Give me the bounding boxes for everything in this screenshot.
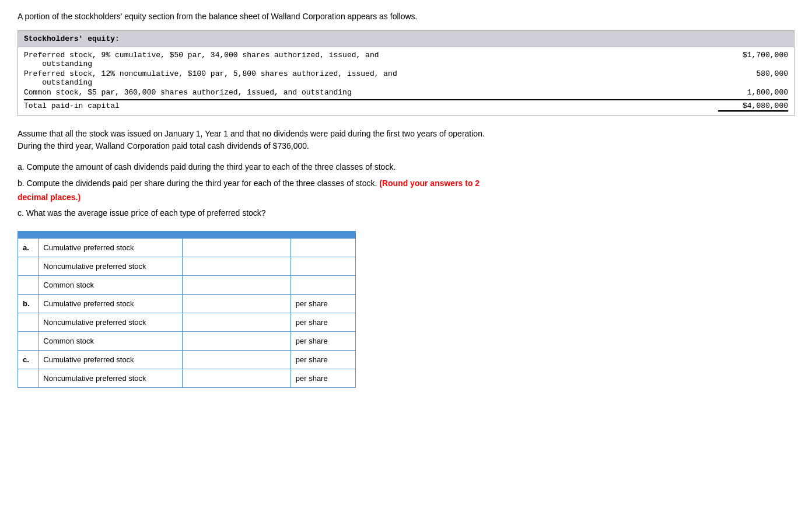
- a-common-field[interactable]: [187, 281, 285, 289]
- answer-table-wrapper: a. Cumulative preferred stock Noncumulat…: [18, 231, 794, 388]
- a-noncumulative-suffix: [290, 257, 355, 276]
- c-noncumulative-label: Noncumulative preferred stock: [38, 369, 183, 388]
- table-row-b-noncumulative: Noncumulative preferred stock per share: [18, 313, 356, 332]
- question-c: c. What was the average issue price of e…: [18, 206, 794, 220]
- c-noncumulative-field[interactable]: [187, 374, 285, 383]
- question-b-red2: decimal places.): [18, 192, 80, 202]
- table-row-a-common: Common stock: [18, 276, 356, 295]
- bs-row-preferred-12: Preferred stock, 12% noncumulative, $100…: [24, 69, 788, 87]
- c-cumulative-label: Cumulative preferred stock: [38, 351, 183, 369]
- question-b-red: (Round your answers to 2: [379, 178, 480, 188]
- table-row-b-cumulative: b. Cumulative preferred stock per share: [18, 295, 356, 313]
- a-noncumulative-label: Noncumulative preferred stock: [38, 257, 183, 276]
- c-noncumulative-suffix: per share: [290, 369, 355, 388]
- c-cumulative-input[interactable]: [183, 351, 290, 369]
- b-noncumulative-field[interactable]: [187, 318, 285, 327]
- bs-row-preferred-12-label: Preferred stock, 12% noncumulative, $100…: [24, 69, 718, 87]
- b-noncumulative-input[interactable]: [183, 313, 290, 332]
- c-cumulative-suffix: per share: [290, 351, 355, 369]
- bs-row-common-label: Common stock, $5 par, 360,000 shares aut…: [24, 88, 718, 97]
- bs-row-preferred-9-label: Preferred stock, 9% cumulative, $50 par,…: [24, 51, 718, 68]
- b-indent2: [18, 332, 38, 351]
- b-cumulative-input[interactable]: [183, 295, 290, 313]
- balance-sheet-header: Stockholders' equity:: [18, 31, 794, 47]
- b-common-field[interactable]: [187, 337, 285, 345]
- bs-row-preferred-12-value: 580,000: [718, 69, 788, 78]
- bs-row-common-value: 1,800,000: [718, 88, 788, 97]
- c-cumulative-field[interactable]: [187, 355, 285, 364]
- header-cell-4: [290, 232, 355, 239]
- b-cumulative-label: Cumulative preferred stock: [38, 295, 183, 313]
- a-cumulative-label: Cumulative preferred stock: [38, 239, 183, 257]
- c-indent1: [18, 369, 38, 388]
- question-a: a. Compute the amount of cash dividends …: [18, 160, 794, 174]
- a-noncumulative-field[interactable]: [187, 262, 285, 271]
- a-common-label: Common stock: [38, 276, 183, 295]
- intro-text: A portion of the stockholders' equity se…: [18, 12, 794, 21]
- bs-row-preferred-9-value: $1,700,000: [718, 51, 788, 60]
- a-cumulative-field[interactable]: [187, 243, 285, 252]
- b-common-label: Common stock: [38, 332, 183, 351]
- balance-sheet-body: Preferred stock, 9% cumulative, $50 par,…: [18, 47, 794, 116]
- section-c-label: c.: [18, 351, 38, 369]
- header-cell-2: [38, 232, 183, 239]
- table-row-a-noncumulative: Noncumulative preferred stock: [18, 257, 356, 276]
- scenario-text2: During the third year, Walland Corporati…: [18, 141, 309, 150]
- a-noncumulative-input[interactable]: [183, 257, 290, 276]
- table-row-b-common: Common stock per share: [18, 332, 356, 351]
- header-cell-3: [183, 232, 290, 239]
- bs-total-value: $4,080,000: [718, 102, 788, 112]
- bs-row-common: Common stock, $5 par, 360,000 shares aut…: [24, 88, 788, 97]
- b-noncumulative-suffix: per share: [290, 313, 355, 332]
- question-b-text: b. Compute the dividends paid per share …: [18, 178, 379, 188]
- header-cell-1: [18, 232, 38, 239]
- b-common-input[interactable]: [183, 332, 290, 351]
- a-cumulative-input[interactable]: [183, 239, 290, 257]
- b-indent1: [18, 313, 38, 332]
- a-common-input[interactable]: [183, 276, 290, 295]
- table-row-a-cumulative: a. Cumulative preferred stock: [18, 239, 356, 257]
- section-a-label: a.: [18, 239, 38, 257]
- answer-table: a. Cumulative preferred stock Noncumulat…: [18, 231, 356, 388]
- a-common-suffix: [290, 276, 355, 295]
- balance-sheet-container: Stockholders' equity: Preferred stock, 9…: [18, 30, 794, 116]
- table-row-c-cumulative: c. Cumulative preferred stock per share: [18, 351, 356, 369]
- a-indent2: [18, 276, 38, 295]
- question-b: b. Compute the dividends paid per share …: [18, 177, 794, 205]
- b-noncumulative-label: Noncumulative preferred stock: [38, 313, 183, 332]
- bs-total-label: Total paid-in capital: [24, 102, 718, 112]
- table-row-c-noncumulative: Noncumulative preferred stock per share: [18, 369, 356, 388]
- section-b-label: b.: [18, 295, 38, 313]
- questions: a. Compute the amount of cash dividends …: [18, 160, 794, 220]
- bs-total-row: Total paid-in capital $4,080,000: [24, 99, 788, 112]
- c-noncumulative-input[interactable]: [183, 369, 290, 388]
- table-header-row: [18, 232, 356, 239]
- b-cumulative-suffix: per share: [290, 295, 355, 313]
- a-cumulative-suffix: [290, 239, 355, 257]
- b-common-suffix: per share: [290, 332, 355, 351]
- scenario-text: Assume that all the stock was issued on …: [18, 128, 794, 152]
- b-cumulative-field[interactable]: [187, 299, 285, 308]
- scenario-text1: Assume that all the stock was issued on …: [18, 129, 485, 138]
- bs-row-preferred-9: Preferred stock, 9% cumulative, $50 par,…: [24, 51, 788, 68]
- a-indent1: [18, 257, 38, 276]
